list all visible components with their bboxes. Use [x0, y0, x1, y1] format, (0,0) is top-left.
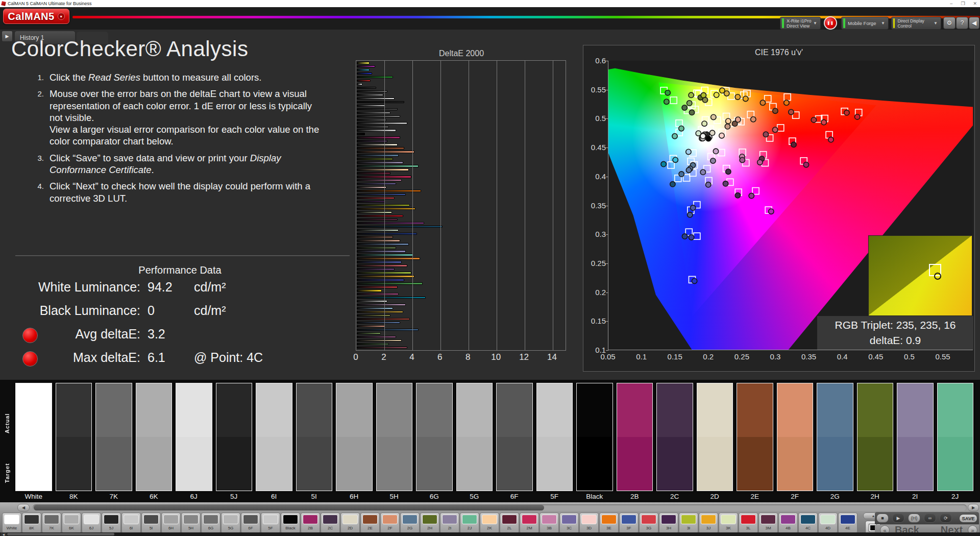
measured-point[interactable]: 4J deltaE 3.5: [700, 169, 705, 175]
pattern-swatch-button-6K[interactable]: 6K: [62, 513, 81, 533]
target-square[interactable]: 3E target: [784, 94, 791, 101]
deltae-bar[interactable]: [357, 239, 400, 242]
target-square[interactable]: 7G target: [683, 175, 690, 181]
pattern-swatch-button-3B[interactable]: 3B: [540, 513, 559, 533]
deltae-bar[interactable]: [357, 62, 370, 64]
deltae-bar[interactable]: [357, 222, 424, 225]
measured-point[interactable]: 3J deltaE 4.2: [743, 96, 748, 101]
deltae-bar[interactable]: [357, 318, 410, 321]
measured-point[interactable]: 6D deltaE 4.9: [661, 161, 666, 166]
pattern-swatch-button-Black[interactable]: Black: [281, 513, 300, 533]
deltae-bar[interactable]: [357, 336, 396, 338]
deltae-bar[interactable]: [357, 297, 426, 299]
measured-point[interactable]: 4I deltaE 2.8: [689, 110, 694, 115]
measured-point[interactable]: 6E deltaE 2.2: [700, 133, 705, 138]
deltae-bar[interactable]: [357, 347, 407, 349]
pattern-swatch-button-2L[interactable]: 2L: [500, 513, 519, 533]
deltae-bar[interactable]: [357, 98, 395, 100]
deltae-bar[interactable]: [357, 279, 404, 281]
deltae-bar[interactable]: [357, 226, 443, 228]
deltae-bar[interactable]: [357, 172, 390, 175]
measured-point[interactable]: 2J deltaE 4.4: [679, 126, 684, 131]
measured-point[interactable]: 5K deltaE 3.4: [689, 235, 694, 240]
deltae-bar[interactable]: [357, 268, 395, 271]
measured-point[interactable]: 7F deltaE 2: [736, 117, 741, 122]
measured-point[interactable]: 2D deltaE 2.9: [709, 130, 715, 135]
measured-point[interactable]: Black deltaE 0.6: [706, 136, 711, 141]
measured-point[interactable]: 1B deltaE 0.9: [714, 92, 719, 98]
measured-point[interactable]: 4G deltaE 3.1: [725, 124, 730, 129]
measured-point[interactable]: 4K deltaE 4: [672, 134, 677, 139]
pattern-swatch-button-5I[interactable]: 5I: [141, 513, 161, 533]
measured-point[interactable]: 7G deltaE 4.4: [679, 172, 684, 177]
measured-point[interactable]: 2M deltaE 3.9: [828, 137, 834, 142]
measured-point[interactable]: 4M deltaE 3.2: [690, 205, 695, 210]
measured-point[interactable]: 6M deltaE 2.6: [686, 149, 691, 154]
target-square[interactable]: 6L target: [718, 149, 725, 156]
pattern-swatch-button-2G[interactable]: 2G: [400, 513, 420, 533]
pattern-swatch-button-White[interactable]: White: [2, 513, 21, 533]
target-square[interactable]: 5L target: [670, 97, 677, 104]
measured-point[interactable]: 7D deltaE 3.8: [789, 109, 794, 114]
deltae-bar[interactable]: [357, 215, 403, 217]
swatch-scrollbar-thumb[interactable]: [34, 505, 544, 510]
deltae-bar[interactable]: [357, 208, 415, 210]
play-button[interactable]: ▶: [892, 514, 904, 523]
deltae-bar[interactable]: [357, 136, 400, 139]
chevron-left-icon[interactable]: ◀: [1, 532, 7, 536]
deltae-bar[interactable]: [357, 250, 406, 253]
pattern-swatch-button-7K[interactable]: 7K: [42, 513, 61, 533]
meter-dropdown[interactable]: X-Rite i1ProDirect View ▼: [780, 17, 821, 30]
measured-point[interactable]: 2C deltaE 2.2: [726, 169, 731, 174]
deltae-bar[interactable]: [357, 108, 398, 111]
pattern-swatch-button-5F[interactable]: 5F: [261, 513, 280, 533]
deltae-bar[interactable]: [357, 69, 370, 71]
maximize-button[interactable]: ❒: [961, 0, 965, 7]
settings-button[interactable]: ⚙: [943, 17, 955, 29]
pattern-swatch-button-2D[interactable]: 2D: [340, 513, 360, 533]
deltae-bar[interactable]: [357, 140, 387, 142]
swatch-scrollbar[interactable]: [33, 504, 967, 511]
swatch-scroll-right-button[interactable]: ▶: [968, 504, 979, 511]
target-square[interactable]: 5K target: [694, 233, 700, 239]
measured-point[interactable]: 5B deltaE 3.6: [772, 127, 777, 132]
pattern-swatch-button-2M[interactable]: 2M: [520, 513, 539, 533]
refresh-button[interactable]: ⟳: [940, 514, 952, 523]
measured-point[interactable]: 3G deltaE 2.7: [821, 119, 826, 125]
stop-button[interactable]: ■: [876, 514, 889, 523]
pattern-swatch-button-3M[interactable]: 3M: [758, 513, 778, 533]
deltae-bar[interactable]: [357, 254, 413, 256]
measured-point[interactable]: 2I deltaE 3.3: [710, 158, 716, 163]
pattern-swatch-button-2K[interactable]: 2K: [480, 513, 499, 533]
target-square[interactable]: 5B target: [777, 125, 784, 131]
target-square[interactable]: 4B target: [752, 188, 759, 194]
deltae-bar[interactable]: [357, 154, 399, 157]
deltae-bar[interactable]: [357, 211, 392, 214]
deltae-bar[interactable]: [357, 101, 404, 104]
pattern-swatch-button-2F[interactable]: 2F: [380, 513, 400, 533]
deltae-bar[interactable]: [357, 65, 375, 68]
deltae-bar[interactable]: [357, 325, 385, 328]
deltae-bar[interactable]: [357, 168, 409, 171]
deltae-bar[interactable]: [357, 229, 399, 232]
measured-point[interactable]: 2K deltaE 3.7: [726, 118, 731, 124]
deltae-bar[interactable]: [357, 322, 400, 324]
target-square[interactable]: 4L target: [765, 95, 771, 102]
deltae-bar[interactable]: [357, 286, 398, 288]
target-square[interactable]: 6D target: [668, 162, 674, 168]
measured-point[interactable]: 1F deltaE 2.6: [665, 90, 670, 95]
deltae-bar[interactable]: [357, 329, 419, 331]
pattern-swatch-button-2B[interactable]: 2B: [301, 513, 320, 533]
deltae-bar[interactable]: [357, 179, 402, 182]
deltae-bar[interactable]: [357, 293, 399, 296]
pattern-swatch-button-5J[interactable]: 5J: [102, 513, 121, 533]
measured-point[interactable]: 1D deltaE 0.9: [673, 157, 678, 162]
pattern-swatch-button-3E[interactable]: 3E: [599, 513, 619, 533]
pattern-swatch-button-2H[interactable]: 2H: [420, 513, 439, 533]
pattern-swatch-button-3J[interactable]: 3J: [699, 513, 718, 533]
pattern-swatch-button-3D[interactable]: 3D: [579, 513, 599, 533]
pattern-swatch-button-2J[interactable]: 2J: [460, 513, 479, 533]
pattern-swatch-button-5G[interactable]: 5G: [221, 513, 240, 533]
pattern-swatch-button-3G[interactable]: 3G: [639, 513, 658, 533]
measured-point[interactable]: 4L deltaE 4.5: [760, 100, 765, 105]
